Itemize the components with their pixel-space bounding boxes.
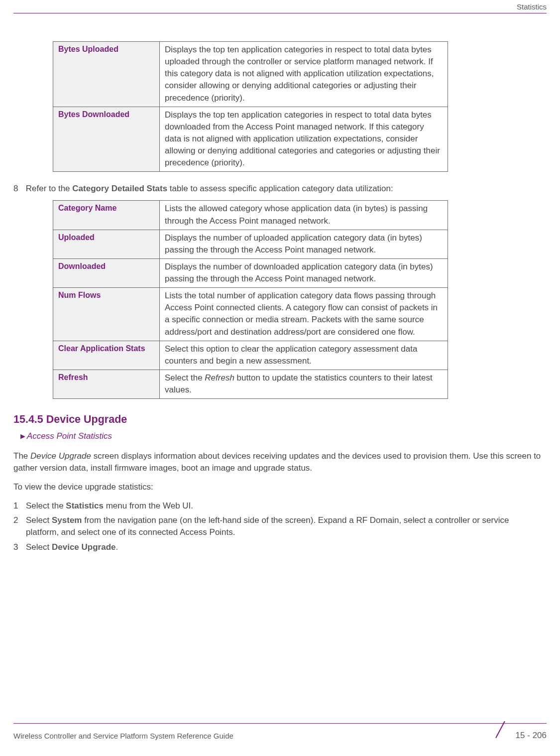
breadcrumb-label: Access Point Statistics — [27, 431, 112, 441]
step-text-post: table to assess specific application cat… — [167, 184, 393, 193]
row-label: Bytes Downloaded — [53, 107, 160, 172]
table-row: Clear Application Stats Select this opti… — [53, 341, 448, 370]
list-item: 3 Select Device Upgrade. — [13, 541, 547, 553]
footer-guide-title: Wireless Controller and Service Platform… — [13, 731, 233, 741]
header-divider — [13, 13, 547, 13]
row-description: Displays the top ten application categor… — [160, 107, 448, 172]
step-text-bold: Category Detailed Stats — [72, 184, 167, 193]
row-description: Displays the number of uploaded applicat… — [160, 230, 448, 258]
list-item: 2 Select System from the navigation pane… — [13, 514, 547, 538]
table-row: Num Flows Lists the total number of appl… — [53, 288, 448, 341]
row-label: Downloaded — [53, 258, 160, 287]
section-paragraph-1: The Device Upgrade screen displays infor… — [13, 450, 547, 474]
steps-list: 1 Select the Statistics menu from the We… — [13, 500, 547, 553]
table-row: Downloaded Displays the number of downlo… — [53, 258, 448, 287]
row-label: Num Flows — [53, 288, 160, 341]
table-row: Category Name Lists the allowed category… — [53, 201, 448, 230]
row-description: Displays the number of downloaded applic… — [160, 258, 448, 287]
breadcrumb[interactable]: ▶Access Point Statistics — [20, 430, 547, 442]
footer-slash-icon — [492, 722, 511, 741]
definitions-table-2: Category Name Lists the allowed category… — [53, 200, 448, 399]
step-8-text: 8 Refer to the Category Detailed Stats t… — [13, 183, 547, 195]
row-description: Lists the total number of application ca… — [160, 288, 448, 341]
section-heading: 15.4.5 Device Upgrade — [13, 412, 547, 427]
header-section-label: Statistics — [517, 1, 547, 12]
row-label: Clear Application Stats — [53, 341, 160, 370]
row-description: Select this option to clear the applicat… — [160, 341, 448, 370]
row-label: Category Name — [53, 201, 160, 230]
step-number: 1 — [13, 500, 26, 512]
row-label: Bytes Uploaded — [53, 42, 160, 107]
row-description: Select the Refresh button to update the … — [160, 370, 448, 398]
step-number: 3 — [13, 541, 26, 553]
row-label: Uploaded — [53, 230, 160, 258]
row-description: Lists the allowed category whose applica… — [160, 201, 448, 230]
step-number: 8 — [13, 183, 23, 195]
list-item: 1 Select the Statistics menu from the We… — [13, 500, 547, 512]
row-label: Refresh — [53, 370, 160, 398]
step-text-pre: Refer to the — [26, 184, 73, 193]
table-row: Uploaded Displays the number of uploaded… — [53, 230, 448, 258]
table-row: Bytes Uploaded Displays the top ten appl… — [53, 42, 448, 107]
section-paragraph-2: To view the device upgrade statistics: — [13, 481, 547, 493]
page-footer: Wireless Controller and Service Platform… — [0, 723, 560, 756]
table-row: Bytes Downloaded Displays the top ten ap… — [53, 107, 448, 172]
row-description: Displays the top ten application categor… — [160, 42, 448, 107]
definitions-table-1: Bytes Uploaded Displays the top ten appl… — [53, 41, 448, 172]
breadcrumb-arrow-icon: ▶ — [20, 432, 25, 440]
step-number: 2 — [13, 514, 26, 538]
table-row: Refresh Select the Refresh button to upd… — [53, 370, 448, 398]
footer-page-number: 15 - 206 — [516, 730, 547, 742]
